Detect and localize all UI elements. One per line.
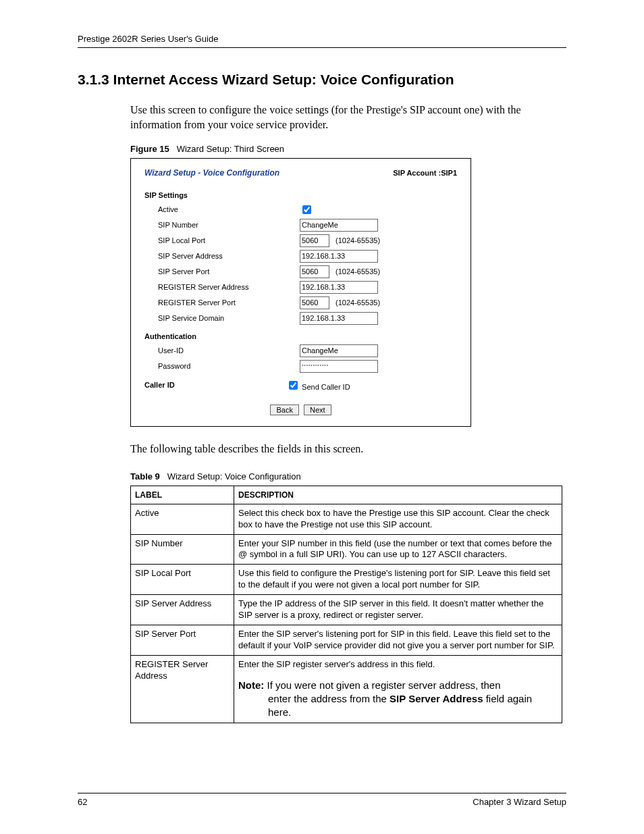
label-sip-service-domain: SIP Service Domain: [144, 314, 300, 322]
group-authentication: Authentication: [144, 332, 457, 340]
running-head: Prestige 2602R Series User's Guide: [78, 34, 566, 48]
register-server-port-input[interactable]: [300, 296, 329, 309]
sip-number-input[interactable]: [300, 219, 378, 232]
cell-desc: Enter your SIP number in this field (use…: [234, 534, 562, 565]
table-row: Active Select this check box to have the…: [131, 504, 562, 534]
cell-label: SIP Number: [131, 534, 234, 565]
label-register-server-port: REGISTER Server Port: [144, 298, 300, 307]
figure-caption-text: Wizard Setup: Third Screen: [177, 144, 284, 154]
cell-desc: Enter the SIP server's listening port fo…: [234, 625, 562, 655]
description-table: LABEL DESCRIPTION Active Select this che…: [130, 486, 562, 724]
cell-label: SIP Server Port: [131, 625, 234, 655]
back-button[interactable]: Back: [270, 405, 298, 415]
label-sip-server-port: SIP Server Port: [144, 267, 300, 276]
sip-service-domain-input[interactable]: [300, 312, 378, 325]
page-number: 62: [78, 797, 87, 807]
user-id-input[interactable]: [300, 344, 378, 357]
label-password: Password: [144, 362, 300, 370]
password-input[interactable]: [300, 360, 378, 373]
section-heading: 3.1.3 Internet Access Wizard Setup: Voic…: [78, 72, 566, 88]
sip-server-port-hint: (1024-65535): [336, 267, 380, 276]
figure-caption: Figure 15 Wizard Setup: Third Screen: [130, 144, 566, 154]
group-caller-id: Caller ID: [144, 381, 286, 389]
sip-local-port-input[interactable]: [300, 234, 329, 247]
figure-caption-label: Figure 15: [130, 144, 169, 154]
cell-desc: Use this field to configure the Prestige…: [234, 565, 562, 595]
cell-label: REGISTER Server Address: [131, 655, 234, 723]
sip-account-label: SIP Account :SIP1: [393, 169, 457, 177]
table-caption-label: Table 9: [130, 471, 160, 481]
table-row: SIP Server Port Enter the SIP server's l…: [131, 625, 562, 655]
note-text2: enter the address from the: [268, 693, 390, 704]
send-caller-id-checkbox[interactable]: [289, 381, 298, 390]
chapter-label: Chapter 3 Wizard Setup: [473, 797, 566, 807]
cell-desc: Select this check box to have the Presti…: [234, 504, 562, 534]
cell-desc-text: Enter the SIP register server's address …: [238, 659, 435, 669]
sip-server-port-input[interactable]: [300, 265, 329, 278]
label-register-server-address: REGISTER Server Address: [144, 283, 300, 291]
table-row: SIP Local Port Use this field to configu…: [131, 565, 562, 595]
th-desc: DESCRIPTION: [234, 486, 562, 504]
note-block: Note: If you were not given a register s…: [238, 679, 558, 720]
cell-label: SIP Server Address: [131, 595, 234, 625]
next-button[interactable]: Next: [304, 405, 331, 415]
note-prefix: Note:: [238, 679, 264, 691]
label-sip-server-address: SIP Server Address: [144, 252, 300, 260]
cell-desc: Enter the SIP register server's address …: [234, 655, 562, 723]
between-text: The following table describes the fields…: [130, 442, 566, 457]
th-label: LABEL: [131, 486, 234, 504]
table-caption-text: Wizard Setup: Voice Configuration: [167, 471, 301, 481]
section-intro: Use this screen to configure the voice s…: [130, 103, 566, 132]
register-server-address-input[interactable]: [300, 281, 378, 294]
panel-title: Wizard Setup - Voice Configuration: [144, 168, 279, 178]
active-checkbox[interactable]: [302, 205, 311, 214]
label-sip-number: SIP Number: [144, 221, 300, 229]
cell-desc: Type the IP address of the SIP server in…: [234, 595, 562, 625]
cell-label: Active: [131, 504, 234, 534]
label-sip-local-port: SIP Local Port: [144, 236, 300, 244]
cell-label: SIP Local Port: [131, 565, 234, 595]
note-bold: SIP Server Address: [390, 693, 483, 704]
table-row: SIP Number Enter your SIP number in this…: [131, 534, 562, 565]
group-sip-settings: SIP Settings: [144, 191, 457, 199]
send-caller-id-label: Send Caller ID: [302, 383, 350, 391]
figure-panel: Wizard Setup - Voice Configuration SIP A…: [130, 158, 471, 427]
note-text1: If you were not given a register server …: [267, 679, 501, 691]
label-active: Active: [144, 205, 300, 213]
sip-server-address-input[interactable]: [300, 250, 378, 263]
label-user-id: User-ID: [144, 346, 300, 355]
table-caption: Table 9 Wizard Setup: Voice Configuratio…: [130, 471, 566, 481]
register-server-port-hint: (1024-65535): [336, 298, 380, 307]
sip-local-port-hint: (1024-65535): [336, 236, 380, 244]
table-row: SIP Server Address Type the IP address o…: [131, 595, 562, 625]
table-row: REGISTER Server Address Enter the SIP re…: [131, 655, 562, 723]
